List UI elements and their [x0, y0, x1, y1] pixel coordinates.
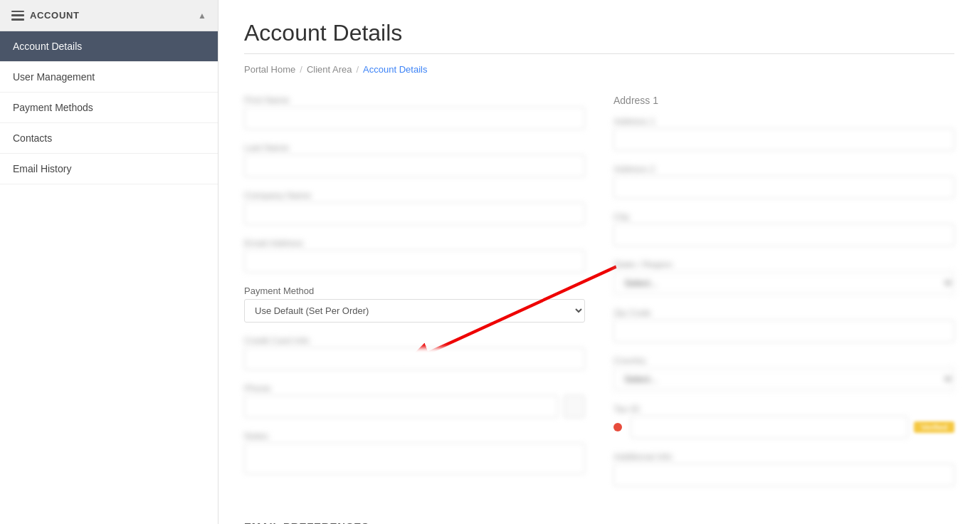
- sidebar-header-title: ACCOUNT: [30, 10, 80, 21]
- breadcrumb-sep-2: /: [356, 64, 359, 75]
- addr-zip: Zip Code: [613, 308, 954, 342]
- field-6-ext: [564, 395, 585, 418]
- addr-field-2-input[interactable]: [613, 176, 954, 199]
- breadcrumb-account-details[interactable]: Account Details: [363, 64, 427, 75]
- field-3-input[interactable]: [244, 202, 585, 225]
- field-5: Credit Card Info: [244, 335, 585, 370]
- field-6-label: Phone: [244, 383, 585, 394]
- field-4-label: Email Address: [244, 238, 585, 248]
- field-4-input[interactable]: [244, 250, 585, 273]
- addr-tax-label: Tax ID: [613, 404, 954, 414]
- sidebar-item-payment-methods[interactable]: Payment Methods: [0, 93, 218, 123]
- account-icon: [11, 11, 24, 21]
- payment-method-select[interactable]: Use Default (Set Per Order): [244, 299, 585, 323]
- addr-city-input[interactable]: [613, 224, 954, 246]
- field-6: Phone: [244, 383, 585, 418]
- addr-field-1-input[interactable]: [613, 128, 954, 151]
- field-7-label: Notes: [244, 431, 585, 441]
- status-badge: Verified: [914, 421, 954, 433]
- field-3-label: Company Name: [244, 190, 585, 201]
- addr-state: State / Region Select...: [613, 259, 954, 295]
- title-divider: [244, 53, 954, 54]
- addr-country-label: Country: [613, 355, 954, 366]
- addr-state-select[interactable]: Select...: [613, 271, 954, 295]
- red-dot-icon: [613, 423, 622, 431]
- addr-extra: Additional Info: [613, 451, 954, 486]
- field-5-input[interactable]: [244, 347, 585, 370]
- addr-field-1-label: Address 1: [613, 116, 954, 127]
- field-5-label: Credit Card Info: [244, 335, 585, 346]
- sidebar-item-email-history[interactable]: Email History: [0, 154, 218, 184]
- breadcrumb-portal-home[interactable]: Portal Home: [244, 64, 295, 75]
- sidebar-item-account-details[interactable]: Account Details: [0, 31, 218, 62]
- sidebar-header: ACCOUNT ▲: [0, 0, 218, 31]
- page-title: Account Details: [244, 20, 954, 46]
- address-section-title: Address 1: [613, 95, 954, 106]
- addr-extra-label: Additional Info: [613, 451, 954, 462]
- field-3: Company Name: [244, 190, 585, 225]
- addr-city-label: City: [613, 211, 954, 222]
- field-7-textarea[interactable]: [244, 443, 585, 474]
- chevron-up-icon[interactable]: ▲: [198, 11, 206, 21]
- breadcrumb-client-area[interactable]: Client Area: [307, 64, 352, 75]
- field-2-label: Last Name: [244, 142, 585, 153]
- addr-city: City: [613, 211, 954, 246]
- field-4: Email Address: [244, 238, 585, 273]
- payment-method-label: Payment Method: [244, 285, 585, 296]
- field-2-input[interactable]: [244, 154, 585, 177]
- addr-country-select[interactable]: Select...: [613, 367, 954, 391]
- addr-extra-input[interactable]: [613, 463, 954, 486]
- breadcrumb: Portal Home / Client Area / Account Deta…: [244, 64, 954, 75]
- form-col-right: Address 1 Address 1 Address 2 City: [613, 95, 954, 499]
- addr-tax: Tax ID Verified: [613, 404, 954, 439]
- field-1-label: First Name: [244, 95, 585, 105]
- form-area: First Name Last Name Company Name Email …: [244, 95, 954, 524]
- addr-zip-input[interactable]: [613, 320, 954, 342]
- field-1-input[interactable]: [244, 107, 585, 130]
- form-col-left: First Name Last Name Company Name Email …: [244, 95, 585, 499]
- email-preferences-header: EMAIL PREFERENCES: [244, 513, 954, 524]
- sidebar-item-user-management[interactable]: User Management: [0, 62, 218, 93]
- main-content: Account Details Portal Home / Client Are…: [218, 0, 980, 524]
- addr-field-1: Address 1: [613, 116, 954, 151]
- sidebar: ACCOUNT ▲ Account Details User Managemen…: [0, 0, 218, 524]
- sidebar-item-contacts[interactable]: Contacts: [0, 123, 218, 154]
- addr-field-2: Address 2: [613, 164, 954, 199]
- addr-state-label: State / Region: [613, 259, 954, 270]
- field-1: First Name: [244, 95, 585, 130]
- addr-tax-input[interactable]: [631, 416, 908, 439]
- payment-method-group: Payment Method Use Default (Set Per Orde…: [244, 285, 585, 323]
- field-6-input[interactable]: [244, 395, 558, 418]
- field-7: Notes: [244, 431, 585, 474]
- addr-field-2-label: Address 2: [613, 164, 954, 174]
- sidebar-header-left: ACCOUNT: [11, 10, 80, 21]
- addr-zip-label: Zip Code: [613, 308, 954, 318]
- breadcrumb-sep-1: /: [300, 64, 302, 75]
- field-2: Last Name: [244, 142, 585, 177]
- addr-country: Country Select...: [613, 355, 954, 391]
- form-columns: First Name Last Name Company Name Email …: [244, 95, 954, 499]
